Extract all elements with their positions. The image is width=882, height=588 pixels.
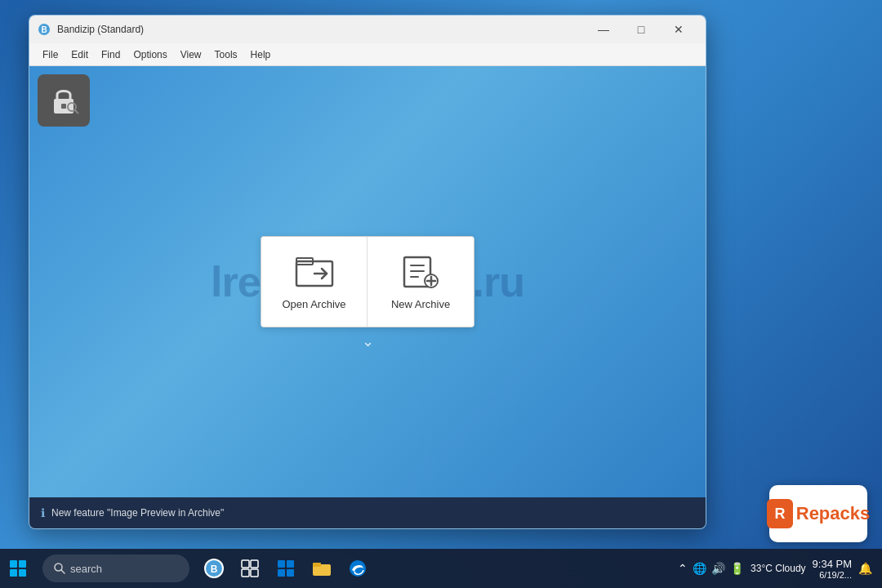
info-icon: ℹ [41,506,45,519]
maximize-button[interactable]: □ [622,16,660,43]
svg-rect-31 [278,560,285,568]
action-area: Open Archive [261,236,474,327]
svg-rect-34 [287,569,294,577]
window-content: lrepacks.com.ru Open Archive [29,66,706,497]
repacks-icon: R [767,499,793,528]
new-archive-icon [400,253,441,290]
file-explorer-icon [312,559,332,577]
taskbar-search[interactable]: search [42,555,189,582]
volume-icon[interactable]: 🔊 [711,562,725,575]
chevron-down-icon[interactable]: ⌄ [362,332,374,350]
edge-icon [348,559,368,578]
menu-tools[interactable]: Tools [208,47,244,63]
window-controls: — □ ✕ [585,16,697,43]
chevron-up-icon[interactable]: ⌃ [678,562,688,575]
taskbar-right: ⌃ 🌐 🔊 🔋 33°C Cloudy 9:34 PM 6/19/2... 🔔 [678,558,882,580]
file-explorer-button[interactable] [305,552,338,585]
menubar: File Edit Find Options View Tools Help [29,43,706,66]
svg-rect-32 [287,560,294,568]
minimize-button[interactable]: — [585,16,622,43]
open-archive-button[interactable]: Open Archive [261,237,368,327]
taskbar-windows-icon[interactable] [270,552,302,585]
network-icon[interactable]: 🌐 [693,562,706,575]
svg-rect-19 [19,560,26,568]
open-archive-icon [294,253,335,290]
svg-text:R: R [774,506,785,522]
taskview-icon [241,559,259,577]
svg-text:B: B [41,25,47,34]
desktop: B Bandizip (Standard) — □ ✕ File Edit Fi… [0,0,882,588]
titlebar: B Bandizip (Standard) — □ ✕ [29,16,706,43]
svg-rect-18 [10,560,17,568]
window-title: Bandizip (Standard) [57,24,585,35]
weather-text: 33°C Cloudy [751,563,806,574]
time-display: 9:34 PM [813,558,852,570]
search-icon [54,563,65,574]
menu-find[interactable]: Find [95,47,127,63]
close-button[interactable]: ✕ [660,16,697,43]
notification-button[interactable]: 🔔 [858,562,872,575]
weather-widget[interactable]: 33°C Cloudy [751,563,806,574]
windows-logo-icon [277,559,295,577]
start-button[interactable] [0,550,36,586]
svg-rect-3 [61,104,66,109]
lock-icon [47,84,80,117]
svg-rect-29 [242,569,249,577]
svg-rect-28 [251,560,258,568]
svg-rect-27 [242,560,249,568]
windows-icon [9,559,27,577]
app-icon: B [38,23,51,36]
repacks-logo: R Repacks [769,485,867,542]
taskbar-icons: B [198,552,374,585]
svg-rect-20 [10,569,17,577]
menu-options[interactable]: Options [127,47,173,63]
svg-line-23 [61,570,65,573]
svg-rect-21 [19,569,26,577]
notification-area: ⌃ 🌐 🔊 🔋 [678,562,744,575]
new-archive-label: New Archive [391,298,450,310]
svg-text:B: B [211,564,218,575]
lock-icon-container [38,74,90,127]
action-buttons: Open Archive [261,236,474,327]
menu-edit[interactable]: Edit [65,47,95,63]
svg-rect-36 [313,563,321,567]
clock[interactable]: 9:34 PM 6/19/2... [813,558,852,580]
search-label: search [70,563,102,575]
menu-file[interactable]: File [36,47,65,63]
edge-browser-button[interactable] [341,552,374,585]
repacks-text: Repacks [796,503,871,524]
menu-view[interactable]: View [174,47,208,63]
battery-icon[interactable]: 🔋 [730,562,744,575]
bandizip-window: B Bandizip (Standard) — □ ✕ File Edit Fi… [29,15,706,529]
taskbar-bandizip-icon[interactable]: B [198,552,230,585]
date-display: 6/19/2... [813,570,852,580]
svg-line-5 [74,109,78,114]
open-archive-label: Open Archive [282,298,345,310]
new-archive-button[interactable]: New Archive [368,237,474,327]
menu-help[interactable]: Help [244,47,278,63]
svg-rect-33 [278,569,285,577]
taskview-button[interactable] [234,552,266,585]
taskbar: search B [0,549,882,588]
svg-rect-30 [251,569,258,577]
statusbar: ℹ New feature "Image Preview in Archive" [29,497,706,528]
statusbar-text: New feature "Image Preview in Archive" [51,507,224,519]
